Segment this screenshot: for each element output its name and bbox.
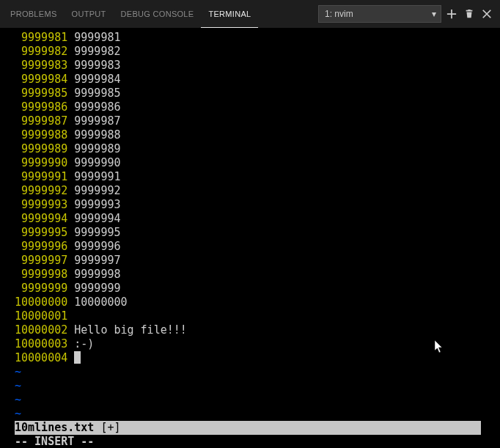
editor-line: 9999999 9999999 (0, 282, 500, 295)
line-number: 10000001 (15, 309, 67, 323)
line-content (67, 351, 74, 364)
editor-tilde: ~ (0, 393, 500, 407)
line-content: 9999986 (67, 100, 120, 114)
line-number: 10000003 (15, 337, 67, 350)
editor-line: 10000001 (0, 309, 500, 323)
line-content: 9999987 (67, 114, 120, 128)
panel-header: PROBLEMS OUTPUT DEBUG CONSOLE TERMINAL 1… (0, 0, 500, 28)
line-number: 9999991 (15, 170, 67, 183)
editor-line: 10000000 10000000 (0, 295, 500, 309)
plus-icon (446, 9, 457, 19)
editor-line: 9999989 9999989 (0, 142, 500, 156)
editor-line: 9999988 9999988 (0, 128, 500, 142)
editor-line: 9999994 9999994 (0, 212, 500, 226)
line-content: 9999992 (67, 184, 120, 197)
new-terminal-button[interactable] (444, 7, 459, 21)
status-filename: 10mlines.txt (15, 421, 94, 434)
tab-output[interactable]: OUTPUT (65, 0, 114, 28)
line-number: 9999985 (15, 87, 67, 100)
editor-tilde: ~ (0, 379, 500, 393)
line-number: 9999996 (15, 240, 67, 253)
line-number: 9999987 (15, 114, 67, 128)
editor-line: 9999991 9999991 (0, 170, 500, 184)
line-number: 9999992 (15, 184, 67, 197)
line-content: 9999983 (67, 59, 120, 72)
editor-line: 10000002 Hello big file!!! (0, 323, 500, 337)
line-content: 9999991 (67, 170, 120, 183)
editor-tildes: ~~~~ (0, 365, 500, 421)
line-content: 9999990 (67, 156, 120, 169)
line-content: 9999989 (67, 142, 120, 155)
line-number: 10000004 (15, 351, 67, 364)
line-number: 9999999 (15, 282, 67, 295)
line-content: 9999997 (67, 254, 120, 267)
line-content: 9999995 (67, 226, 120, 239)
line-number: 9999984 (15, 73, 67, 86)
panel-tabs: PROBLEMS OUTPUT DEBUG CONSOLE TERMINAL (3, 0, 258, 28)
editor-line: 9999996 9999996 (0, 240, 500, 254)
editor-line: 9999993 9999993 (0, 198, 500, 212)
line-number: 9999983 (15, 59, 67, 72)
line-content: 9999981 (67, 31, 120, 44)
line-number: 9999994 (15, 212, 67, 225)
line-content: 9999982 (67, 45, 120, 58)
line-number: 9999982 (15, 45, 67, 58)
line-number: 9999993 (15, 198, 67, 211)
editor-line: 9999992 9999992 (0, 184, 500, 198)
line-number: 9999989 (15, 142, 67, 155)
line-content: 9999999 (67, 282, 120, 295)
editor-line: 9999987 9999987 (0, 114, 500, 128)
line-number: 9999995 (15, 226, 67, 239)
editor-tilde: ~ (0, 407, 500, 421)
editor-line: 9999984 9999984 (0, 73, 500, 87)
editor-line: 10000003 :-) (0, 337, 500, 351)
editor-line: 9999982 9999982 (0, 45, 500, 59)
line-number: 9999986 (15, 100, 67, 114)
trash-icon (464, 9, 474, 19)
tab-problems[interactable]: PROBLEMS (3, 0, 65, 28)
editor-line: 9999990 9999990 (0, 156, 500, 170)
editor-line: 9999981 9999981 (0, 31, 500, 45)
editor-line: 9999997 9999997 (0, 254, 500, 268)
close-panel-button[interactable] (479, 7, 494, 21)
line-number: 9999998 (15, 268, 67, 281)
line-number: 9999981 (15, 31, 67, 44)
close-icon (482, 9, 492, 19)
line-content: :-) (67, 337, 94, 350)
line-content: 10000000 (67, 295, 127, 309)
line-content: 9999993 (67, 198, 120, 211)
line-number: 9999988 (15, 128, 67, 142)
editor-line: 9999995 9999995 (0, 226, 500, 240)
kill-terminal-button[interactable] (462, 7, 477, 21)
line-number: 9999990 (15, 156, 67, 169)
editor-tilde: ~ (0, 365, 500, 379)
line-content: 9999996 (67, 240, 120, 253)
editor-lines: 9999981 9999981 9999982 9999982 9999983 … (0, 31, 500, 351)
line-content: 9999985 (67, 87, 120, 100)
terminal-selector[interactable]: 1: nvim (318, 5, 441, 23)
line-content: 9999984 (67, 73, 120, 86)
line-content: 9999994 (67, 212, 120, 225)
editor-line: 9999986 9999986 (0, 100, 500, 114)
vim-status-line: 10mlines.txt [+] (15, 421, 481, 435)
line-content: Hello big file!!! (67, 323, 187, 337)
vim-mode-line: -- INSERT -- (0, 435, 500, 448)
terminal-controls: 1: nvim (318, 0, 500, 28)
status-modified: [+] (94, 421, 120, 434)
line-number: 10000002 (15, 323, 67, 337)
editor-cursor-line: 10000004 (0, 351, 500, 365)
tab-terminal[interactable]: TERMINAL (201, 0, 258, 28)
line-number: 9999997 (15, 254, 67, 267)
line-number: 10000000 (15, 295, 67, 309)
line-content: 9999998 (67, 268, 120, 281)
editor-line: 9999983 9999983 (0, 59, 500, 73)
text-cursor (74, 351, 81, 364)
editor-line: 9999998 9999998 (0, 268, 500, 282)
terminal-body[interactable]: 9999981 9999981 9999982 9999982 9999983 … (0, 28, 500, 448)
editor-line: 9999985 9999985 (0, 87, 500, 100)
line-content: 9999988 (67, 128, 120, 142)
tab-debug-console[interactable]: DEBUG CONSOLE (114, 0, 202, 28)
